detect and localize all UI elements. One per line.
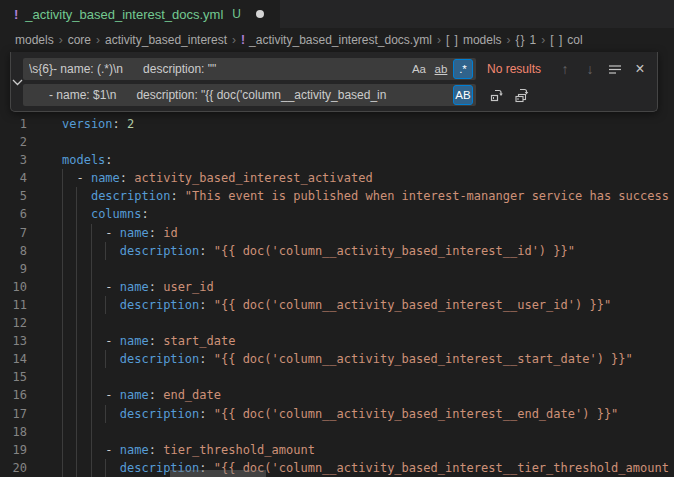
next-match-button[interactable]: ↓ <box>579 58 601 80</box>
replace-input[interactable]: - name: $1\n description: "{{ doc('colum… <box>23 84 476 106</box>
line-number: 15 <box>0 368 27 386</box>
line-number: 14 <box>0 350 27 368</box>
horizontal-scrollbar[interactable] <box>170 470 266 477</box>
replace-all-button[interactable] <box>511 84 533 106</box>
line-content: description: "{{ doc('column__activity_b… <box>62 350 633 368</box>
whole-word-toggle[interactable]: ab <box>431 59 451 79</box>
replace-button[interactable] <box>486 84 508 106</box>
breadcrumb-separator-icon: › <box>59 33 63 47</box>
breadcrumb-separator-icon: › <box>541 33 545 47</box>
line-number: 16 <box>0 386 27 404</box>
code-line[interactable]: 8 description: "{{ doc('column__activity… <box>0 242 674 260</box>
breadcrumb-label: core <box>68 33 91 47</box>
breadcrumb-item[interactable]: !_activity_based_interest_docs.yml <box>241 33 432 47</box>
indent-guide <box>76 314 77 332</box>
indent-guide <box>91 423 92 441</box>
code-line[interactable]: 1version: 2 <box>0 115 674 133</box>
indent-guide <box>91 260 92 278</box>
indent-guide <box>62 368 63 386</box>
code-line[interactable]: 15 <box>0 368 674 386</box>
preserve-case-toggle[interactable]: AB <box>453 85 473 105</box>
breadcrumb-separator-icon: › <box>507 33 511 47</box>
code-line[interactable]: 6 columns: <box>0 205 674 223</box>
code-line[interactable]: 5 description: "This event is published … <box>0 187 674 205</box>
tab-activity-based-interest-docs[interactable]: ! _activity_based_interest_docs.yml U <box>0 0 280 28</box>
tab-bar: ! _activity_based_interest_docs.yml U <box>0 0 674 28</box>
close-find-widget-button[interactable]: × <box>629 58 651 80</box>
code-line[interactable]: 2 <box>0 133 674 151</box>
breadcrumb-label: col <box>567 33 582 47</box>
line-number: 9 <box>0 260 27 278</box>
line-content: - name: start_date <box>62 332 235 350</box>
line-number: 8 <box>0 242 27 260</box>
find-results-count: No results <box>487 62 551 76</box>
code-line[interactable]: 19 - name: tier_threshold_amount <box>0 441 674 459</box>
toggle-replace-button[interactable] <box>11 52 23 111</box>
code-line[interactable]: 11 description: "{{ doc('column__activit… <box>0 296 674 314</box>
code-editor: 1version: 223models:4 - name: activity_b… <box>0 115 674 477</box>
breadcrumb-item[interactable]: activity_based_interest <box>105 33 227 47</box>
code-line[interactable]: 13 - name: start_date <box>0 332 674 350</box>
breadcrumb-label: models <box>463 33 502 47</box>
symbol-kind-icon: [ ] <box>550 33 563 47</box>
line-number: 19 <box>0 441 27 459</box>
code-line[interactable]: 20 description: "{{ doc('column__activit… <box>0 459 674 477</box>
breadcrumb-label: models <box>15 33 54 47</box>
previous-match-button[interactable]: ↑ <box>554 58 576 80</box>
find-input-value: \s{6}- name: (.*)\n description: "" <box>29 62 405 76</box>
line-content: description: "{{ doc('column__activity_b… <box>62 459 669 477</box>
line-number: 11 <box>0 296 27 314</box>
line-content: description: "This event is published wh… <box>62 187 669 205</box>
breadcrumb-label: activity_based_interest <box>105 33 227 47</box>
code-line[interactable]: 18 <box>0 423 674 441</box>
find-input[interactable]: \s{6}- name: (.*)\n description: "" Aa a… <box>23 58 476 80</box>
code-line[interactable]: 4 - name: activity_based_interest_activa… <box>0 169 674 187</box>
line-number: 10 <box>0 278 27 296</box>
line-content: description: "{{ doc('column__activity_b… <box>62 296 611 314</box>
line-content: - name: end_date <box>62 386 221 404</box>
indent-guide <box>76 260 77 278</box>
replace-input-value: - name: $1\n description: "{{ doc('colum… <box>29 88 449 102</box>
match-case-toggle[interactable]: Aa <box>409 59 429 79</box>
line-number: 17 <box>0 405 27 423</box>
regex-toggle[interactable]: .* <box>453 59 473 79</box>
breadcrumb-item[interactable]: {}1 <box>516 33 537 47</box>
line-content: - name: tier_threshold_amount <box>62 441 315 459</box>
symbol-kind-icon: [ ] <box>446 33 459 47</box>
breadcrumb-item[interactable]: [ ]col <box>550 33 582 47</box>
vscode-editor-window: ! _activity_based_interest_docs.yml U mo… <box>0 0 674 477</box>
breadcrumb-item[interactable]: [ ]models <box>446 33 502 47</box>
selection-icon <box>608 62 622 76</box>
line-number: 5 <box>0 187 27 205</box>
chevron-down-icon <box>12 78 23 86</box>
code-line[interactable]: 3models: <box>0 151 674 169</box>
modified-dot-icon[interactable] <box>256 10 264 18</box>
breadcrumb-item[interactable]: models <box>15 33 54 47</box>
breadcrumb-item[interactable]: core <box>68 33 91 47</box>
code-line[interactable]: 10 - name: user_id <box>0 278 674 296</box>
code-line[interactable]: 16 - name: end_date <box>0 386 674 404</box>
indent-guide <box>62 260 63 278</box>
code-line[interactable]: 17 description: "{{ doc('column__activit… <box>0 405 674 423</box>
find-in-selection-button[interactable] <box>604 58 626 80</box>
line-number: 1 <box>0 115 27 133</box>
symbol-kind-icon: {} <box>516 33 526 47</box>
line-content: description: "{{ doc('column__activity_b… <box>62 405 618 423</box>
breadcrumb-separator-icon: › <box>437 33 441 47</box>
code-line[interactable]: 14 description: "{{ doc('column__activit… <box>0 350 674 368</box>
line-content: - name: id <box>62 224 178 242</box>
breadcrumb-separator-icon: › <box>96 33 100 47</box>
line-number: 4 <box>0 169 27 187</box>
indent-guide <box>91 368 92 386</box>
line-number: 12 <box>0 314 27 332</box>
yaml-file-icon: ! <box>241 33 245 47</box>
line-content: - name: user_id <box>62 278 214 296</box>
code-line[interactable]: 7 - name: id <box>0 224 674 242</box>
breadcrumb-label: _activity_based_interest_docs.yml <box>249 33 432 47</box>
line-content: - name: activity_based_interest_activate… <box>62 169 373 187</box>
code-line[interactable]: 12 <box>0 314 674 332</box>
line-number: 2 <box>0 133 27 151</box>
line-number: 3 <box>0 151 27 169</box>
code-line[interactable]: 9 <box>0 260 674 278</box>
replace-all-icon <box>514 87 530 103</box>
